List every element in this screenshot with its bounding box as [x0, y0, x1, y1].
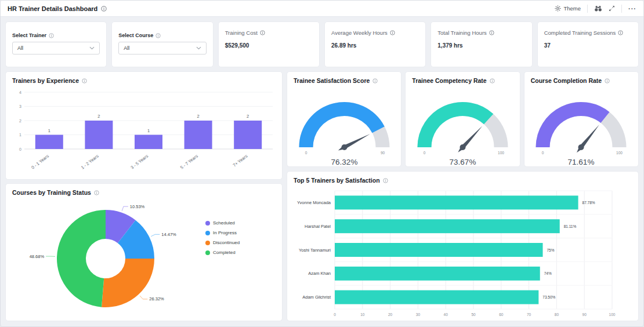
top5-trainers-card: Top 5 Trainers by Satisfaction 010203040… [287, 171, 639, 321]
trainers-by-experience-card: Trainers by Experience 0123410 - 1 Years… [5, 71, 283, 180]
svg-text:81.11%: 81.11% [564, 224, 577, 228]
legend-item-in-progress[interactable]: In Progress [205, 230, 240, 235]
svg-text:73.50%: 73.50% [542, 295, 555, 299]
course-select[interactable]: All [118, 42, 206, 54]
kpi-label: Training Cost [225, 30, 258, 36]
svg-text:1 - 2 Years: 1 - 2 Years [80, 153, 100, 170]
svg-text:0: 0 [19, 147, 21, 151]
svg-text:Yvonne Moncada: Yvonne Moncada [297, 200, 331, 205]
legend-label: Scheduled [213, 220, 235, 226]
svg-text:100: 100 [616, 151, 623, 155]
courses-by-status-chart[interactable]: 10.53%14.47%26.32%48.68% [8, 197, 205, 315]
kpi-card-training-cost: Training Cost $529,500 [218, 21, 320, 67]
filter-trainer-label: Select Trainer [12, 32, 46, 38]
svg-text:0: 0 [334, 313, 336, 317]
legend-item-discontinued[interactable]: Discontinued [205, 240, 240, 245]
header: HR Trainer Details Dashboard Theme [1, 1, 643, 17]
svg-text:3: 3 [19, 104, 21, 108]
svg-text:26.32%: 26.32% [149, 296, 164, 301]
kpi-label: Total Training Hours [437, 30, 486, 36]
svg-text:5 - 7 Years: 5 - 7 Years [179, 153, 199, 170]
legend-dot [205, 221, 210, 226]
info-icon[interactable] [490, 78, 495, 83]
gear-icon [555, 5, 561, 12]
divider [587, 5, 588, 13]
info-icon[interactable] [618, 30, 623, 35]
svg-text:Adam Gilchrist: Adam Gilchrist [302, 295, 331, 300]
chart-title: Trainee Competency Rate [412, 77, 486, 84]
chart-title: Trainee Satisfaction Score [294, 77, 370, 84]
info-icon[interactable] [49, 33, 54, 38]
svg-text:Harshal Patel: Harshal Patel [305, 224, 331, 229]
svg-text:0: 0 [424, 151, 426, 155]
trainer-select-value: All [17, 45, 23, 51]
svg-text:0 - 1 Years: 0 - 1 Years [30, 153, 50, 170]
info-icon[interactable] [383, 178, 388, 183]
satisfaction-gauge-card: Trainee Satisfaction Score 09076.32% [287, 71, 401, 167]
svg-text:90: 90 [381, 151, 385, 155]
svg-text:Azam Khan: Azam Khan [308, 271, 331, 276]
svg-text:30: 30 [416, 313, 421, 317]
chevron-down-icon [196, 46, 201, 50]
svg-text:71.61%: 71.61% [568, 158, 595, 166]
svg-text:1: 1 [48, 128, 50, 133]
svg-text:70: 70 [527, 313, 531, 317]
more-options-icon[interactable]: ··· [628, 5, 636, 12]
trainer-select[interactable]: All [12, 42, 100, 54]
top5-trainers-chart[interactable]: 0102030405060708090100Yvonne Moncada87.7… [291, 186, 634, 321]
theme-button[interactable]: Theme [555, 5, 581, 12]
kpi-label: Completed Training Sessions [544, 30, 616, 36]
svg-text:7+ Years: 7+ Years [232, 153, 249, 168]
filter-card-trainer: Select Trainer All [5, 21, 107, 67]
info-icon[interactable] [489, 30, 494, 35]
svg-text:60: 60 [499, 313, 504, 317]
competency-gauge-card: Trainee Competency Rate 010073.67% [405, 71, 520, 167]
legend-item-scheduled[interactable]: Scheduled [205, 220, 240, 226]
svg-text:40: 40 [444, 313, 448, 317]
svg-text:1: 1 [19, 133, 21, 137]
kpi-value: 37 [544, 42, 632, 49]
courses-by-status-card: Courses by Training Status 10.53%14.47%2… [5, 183, 283, 321]
info-icon[interactable] [372, 78, 378, 83]
satisfaction-gauge[interactable]: 09076.32% [292, 86, 397, 168]
info-icon[interactable] [260, 30, 265, 35]
svg-text:Yoshi Tannamuri: Yoshi Tannamuri [299, 248, 331, 253]
chart-title: Top 5 Trainers by Satisfaction [294, 177, 380, 184]
info-icon[interactable] [390, 30, 395, 35]
competency-gauge[interactable]: 010073.67% [410, 86, 515, 168]
svg-text:73.67%: 73.67% [450, 158, 476, 166]
svg-text:3 - 5 Years: 3 - 5 Years [129, 153, 149, 170]
trainers-by-experience-chart[interactable]: 0123410 - 1 Years21 - 2 Years13 - 5 Year… [12, 86, 276, 177]
svg-text:10.53%: 10.53% [130, 204, 145, 209]
svg-text:76.32%: 76.32% [331, 158, 357, 166]
fullscreen-icon[interactable] [609, 5, 615, 12]
info-icon[interactable] [605, 78, 610, 83]
svg-text:20: 20 [388, 313, 393, 317]
kpi-label: Average Weekly Hours [331, 30, 388, 36]
legend-label: In Progress [213, 230, 237, 235]
info-icon[interactable] [94, 190, 99, 195]
filter-card-course: Select Course All [111, 21, 213, 67]
binoculars-icon[interactable] [594, 5, 602, 12]
info-icon[interactable] [101, 6, 107, 12]
svg-text:90: 90 [583, 313, 587, 317]
info-icon[interactable] [155, 33, 161, 38]
legend-label: Completed [213, 250, 236, 255]
kpi-value: $529,500 [225, 42, 313, 49]
kpi-card-avg-weekly-hours: Average Weekly Hours 26.89 hrs [324, 21, 426, 67]
legend-item-completed[interactable]: Completed [205, 250, 240, 255]
legend-dot [205, 241, 210, 245]
svg-text:50: 50 [471, 313, 476, 317]
chevron-down-icon [89, 46, 95, 50]
chart-title: Trainers by Experience [12, 77, 79, 84]
kpi-value: 26.89 hrs [331, 42, 419, 49]
svg-text:80: 80 [555, 313, 559, 317]
svg-text:87.78%: 87.78% [583, 201, 595, 205]
legend-dot [205, 231, 210, 235]
info-icon[interactable] [82, 78, 87, 83]
svg-text:4: 4 [19, 90, 21, 95]
chart-title: Courses by Training Status [12, 189, 91, 196]
chart-title: Course Completion Rate [531, 77, 602, 84]
completion-gauge[interactable]: 010071.61% [529, 86, 634, 168]
svg-text:100: 100 [498, 151, 504, 155]
